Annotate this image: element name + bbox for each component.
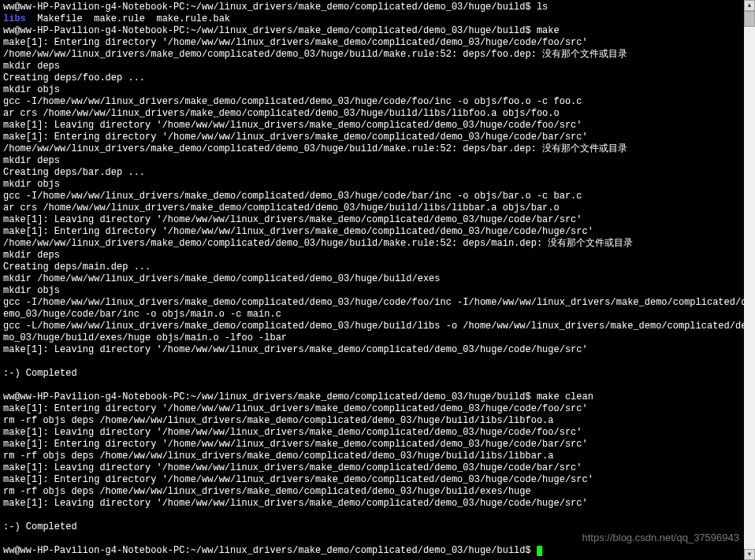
scrollbar-up-arrow-icon[interactable]: ▲ xyxy=(744,0,755,11)
terminal-line: gcc -L/home/ww/ww/linux_drivers/make_dem… xyxy=(3,321,752,344)
terminal-line: gcc -I/home/ww/ww/linux_drivers/make_dem… xyxy=(3,96,752,108)
scrollbar-thumb[interactable] xyxy=(744,11,755,27)
terminal-line: make[1]: Entering directory '/home/ww/ww… xyxy=(3,226,752,238)
terminal-line: ar crs /home/ww/ww/linux_drivers/make_de… xyxy=(3,108,752,120)
terminal-line: /home/ww/ww/linux_drivers/make_demo/comp… xyxy=(3,238,752,250)
terminal-line: Creating deps/bar.dep ... xyxy=(3,167,752,179)
terminal-line: make[1]: Entering directory '/home/ww/ww… xyxy=(3,37,752,49)
terminal-line: rm -rf objs deps /home/ww/ww/linux_drive… xyxy=(3,415,752,427)
terminal-line: libs Makefile make.rule make.rule.bak xyxy=(3,13,752,25)
terminal-output[interactable]: ww@ww-HP-Pavilion-g4-Notebook-PC:~/ww/li… xyxy=(3,2,752,557)
terminal-line: mkdir objs xyxy=(3,84,752,96)
file-list: Makefile make.rule make.rule.bak xyxy=(26,13,230,24)
terminal-line xyxy=(3,380,752,391)
terminal-line: Creating deps/foo.dep ... xyxy=(3,72,752,84)
terminal-line: gcc -I/home/ww/ww/linux_drivers/make_dem… xyxy=(3,297,752,321)
terminal-line: make[1]: Entering directory '/home/ww/ww… xyxy=(3,132,752,143)
terminal-line: make[1]: Leaving directory '/home/ww/ww/… xyxy=(3,344,752,356)
terminal-line: rm -rf objs deps /home/ww/ww/linux_drive… xyxy=(3,451,752,462)
terminal-line: mkdir /home/ww/ww/linux_drivers/make_dem… xyxy=(3,273,752,285)
terminal-line: ar crs /home/ww/ww/linux_drivers/make_de… xyxy=(3,202,752,214)
terminal-line xyxy=(3,356,752,368)
shell-prompt: ww@ww-HP-Pavilion-g4-Notebook-PC:~/ww/li… xyxy=(3,545,537,556)
scrollbar-down-arrow-icon[interactable]: ▼ xyxy=(744,549,755,560)
terminal-line xyxy=(3,510,752,521)
terminal-line: gcc -I/home/ww/ww/linux_drivers/make_dem… xyxy=(3,191,752,202)
terminal-line: make[1]: Entering directory '/home/ww/ww… xyxy=(3,474,752,486)
terminal-line: make[1]: Leaving directory '/home/ww/ww/… xyxy=(3,498,752,510)
directory-name: libs xyxy=(3,13,26,24)
terminal-line: mkdir deps xyxy=(3,61,752,72)
terminal-line: mkdir objs xyxy=(3,285,752,297)
cursor-icon xyxy=(537,546,542,556)
scrollbar[interactable]: ▲ ▼ xyxy=(744,0,755,560)
terminal-line: make[1]: Leaving directory '/home/ww/ww/… xyxy=(3,427,752,439)
terminal-line: make[1]: Entering directory '/home/ww/ww… xyxy=(3,403,752,415)
terminal-line: ww@ww-HP-Pavilion-g4-Notebook-PC:~/ww/li… xyxy=(3,2,752,13)
terminal-line: make[1]: Leaving directory '/home/ww/ww/… xyxy=(3,462,752,474)
terminal-line: Creating deps/main.dep ... xyxy=(3,261,752,273)
terminal-line: mkdir objs xyxy=(3,179,752,191)
terminal-line: make[1]: Entering directory '/home/ww/ww… xyxy=(3,439,752,451)
terminal-line: ww@ww-HP-Pavilion-g4-Notebook-PC:~/ww/li… xyxy=(3,25,752,37)
terminal-line: make[1]: Leaving directory '/home/ww/ww/… xyxy=(3,214,752,226)
terminal-line: mkdir deps xyxy=(3,250,752,261)
terminal-line: /home/ww/ww/linux_drivers/make_demo/comp… xyxy=(3,49,752,61)
terminal-line: ww@ww-HP-Pavilion-g4-Notebook-PC:~/ww/li… xyxy=(3,545,752,557)
terminal-line: :-) Completed xyxy=(3,368,752,380)
watermark-text: https://blog.csdn.net/qq_37596943 xyxy=(582,532,740,544)
terminal-line: make[1]: Leaving directory '/home/ww/ww/… xyxy=(3,120,752,132)
terminal-line: rm -rf objs deps /home/ww/ww/linux_drive… xyxy=(3,486,752,498)
terminal-line: ww@ww-HP-Pavilion-g4-Notebook-PC:~/ww/li… xyxy=(3,391,752,403)
terminal-line: mkdir deps xyxy=(3,155,752,167)
terminal-line: /home/ww/ww/linux_drivers/make_demo/comp… xyxy=(3,143,752,155)
